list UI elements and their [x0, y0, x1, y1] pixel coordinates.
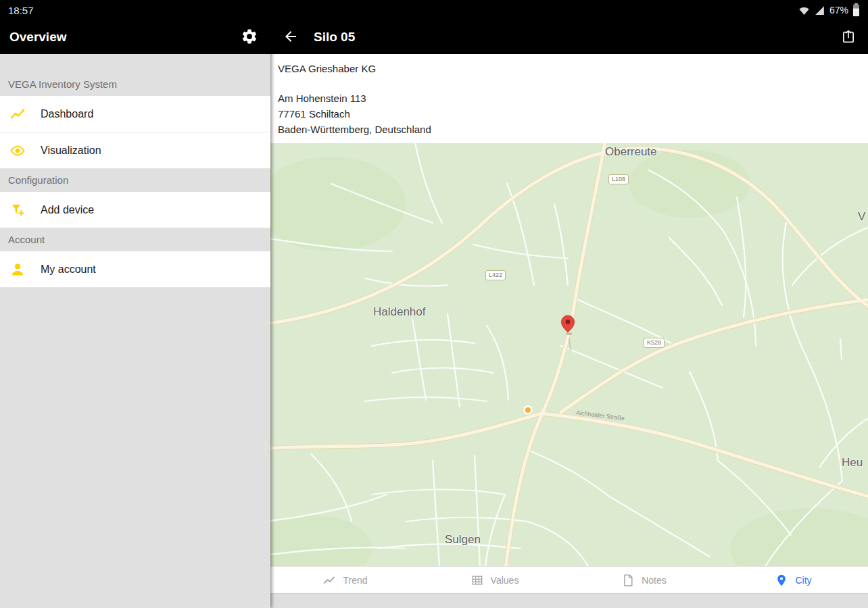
- tab-label: Trend: [343, 575, 367, 586]
- share-icon: [841, 29, 856, 46]
- map[interactable]: Oberreute Haldenhof Sulgen Heu V L108 L4…: [270, 143, 868, 566]
- sidebar-item-label: Add device: [41, 204, 94, 216]
- arrow-left-icon: [283, 28, 299, 47]
- section-header-system: VEGA Inventory System: [0, 73, 270, 96]
- tab-notes[interactable]: Notes: [569, 567, 719, 593]
- detail-panel: 67% Silo 05 VEGA Grieshaber KG Am Hohens…: [270, 0, 868, 608]
- sidebar-item-label: Dashboard: [41, 108, 93, 120]
- trend-icon: [322, 574, 336, 587]
- signal-icon: [814, 5, 825, 16]
- right-status-bar: 67%: [270, 0, 868, 20]
- sidebar-item-label: Visualization: [41, 145, 101, 157]
- notes-icon: [621, 574, 635, 587]
- settings-button[interactable]: [238, 25, 261, 50]
- sidebar-item-label: My account: [41, 263, 96, 276]
- section-header-account: Account: [0, 228, 270, 251]
- tab-values[interactable]: Values: [420, 567, 569, 593]
- address-line: Am Hohenstein 113: [278, 91, 868, 106]
- battery-percent: 67%: [829, 5, 848, 16]
- clock: 18:57: [8, 5, 34, 16]
- detail-appbar: Silo 05: [270, 20, 868, 54]
- battery-icon: [852, 3, 860, 17]
- address-lines: Am Hohenstein 113 77761 Schiltach Baden-…: [278, 91, 868, 137]
- address-line: 77761 Schiltach: [278, 106, 868, 122]
- device-title: Silo 05: [314, 30, 838, 45]
- sidebar-item-my-account[interactable]: My account: [0, 251, 270, 288]
- tab-trend[interactable]: Trend: [270, 567, 420, 593]
- page-title: Overview: [9, 30, 238, 45]
- address-block: VEGA Grieshaber KG Am Hohenstein 113 777…: [270, 54, 868, 143]
- map-pin-icon: [775, 574, 788, 587]
- detail-tab-bar: Trend Values Notes City: [270, 566, 868, 593]
- sidebar-menu: VEGA Inventory System Dashboard Visualiz…: [0, 54, 270, 608]
- wifi-icon: [798, 5, 810, 16]
- company-name: VEGA Grieshaber KG: [278, 63, 868, 74]
- tab-label: City: [795, 575, 811, 586]
- overview-appbar: Overview: [0, 20, 270, 54]
- tab-city[interactable]: City: [719, 567, 868, 593]
- values-grid-icon: [471, 574, 484, 587]
- bottom-strip: [270, 593, 868, 608]
- add-device-icon: [9, 202, 26, 218]
- company-marker[interactable]: [525, 407, 532, 414]
- app-screen: 18:57 Overview VEGA Inventory System Das…: [0, 0, 868, 608]
- overview-panel: 18:57 Overview VEGA Inventory System Das…: [0, 0, 270, 608]
- tab-label: Notes: [642, 575, 667, 586]
- sidebar-item-dashboard[interactable]: Dashboard: [0, 96, 270, 132]
- section-header-configuration: Configuration: [0, 169, 270, 192]
- eye-icon: [9, 143, 26, 159]
- back-button[interactable]: [280, 26, 302, 49]
- sidebar-item-visualization[interactable]: Visualization: [0, 132, 270, 169]
- map-canvas: [270, 143, 868, 566]
- left-status-bar: 18:57: [0, 0, 270, 20]
- chart-line-icon: [9, 106, 26, 122]
- person-icon: [9, 261, 26, 278]
- share-button[interactable]: [838, 26, 859, 49]
- gear-icon: [241, 28, 258, 47]
- sidebar-item-add-device[interactable]: Add device: [0, 192, 270, 228]
- tab-label: Values: [491, 575, 519, 586]
- address-line: Baden-Württemberg, Deutschland: [278, 122, 868, 137]
